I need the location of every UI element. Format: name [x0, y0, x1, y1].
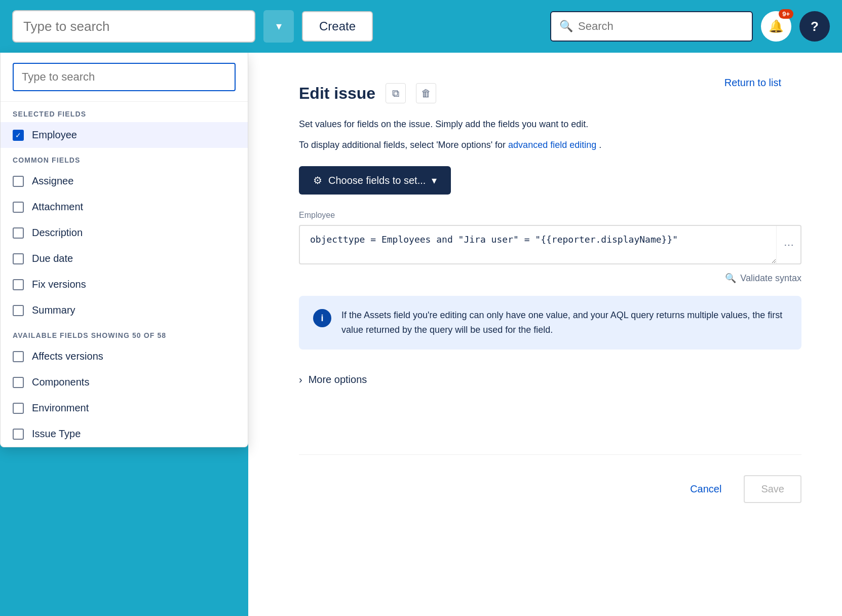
checkbox-issue-type[interactable] [13, 429, 24, 440]
field-dropdown-panel: SELECTED FIELDS ✓ Employee COMMON FIELDS… [0, 53, 248, 447]
field-label-environment: Environment [32, 402, 89, 414]
choose-fields-label: Choose fields to set... [328, 175, 426, 186]
help-icon: ? [811, 19, 819, 34]
list-item[interactable]: Fix versions [1, 272, 248, 297]
advanced-field-editing-link[interactable]: advanced field editing [508, 140, 596, 150]
save-button[interactable]: Save [744, 475, 801, 503]
checkbox-description[interactable] [13, 227, 24, 239]
gear-icon: ⚙ [313, 174, 322, 186]
cancel-button[interactable]: Cancel [678, 475, 734, 503]
delete-button[interactable]: 🗑 [416, 83, 436, 103]
info-icon: i [313, 309, 331, 327]
selected-fields-header: SELECTED FIELDS [1, 102, 248, 122]
edit-description-2: To display additional fields, select 'Mo… [299, 138, 801, 152]
list-item[interactable]: Due date [1, 246, 248, 272]
trash-icon: 🗑 [421, 88, 431, 99]
main-area: SELECTED FIELDS ✓ Employee COMMON FIELDS… [0, 53, 842, 616]
dropdown-search-input[interactable] [13, 63, 236, 91]
list-item[interactable]: Assignee [1, 168, 248, 194]
checkbox-environment[interactable] [13, 403, 24, 414]
edit-description-1: Set values for fields on the issue. Simp… [299, 118, 801, 131]
checkbox-affects-versions[interactable] [13, 351, 24, 362]
chevron-down-icon: ▾ [276, 20, 282, 33]
info-text: If the Assets field you're editing can o… [341, 308, 787, 337]
create-button[interactable]: Create [302, 11, 373, 42]
notifications-button[interactable]: 🔔 9+ [761, 11, 791, 42]
chevron-down-icon: ▾ [432, 174, 437, 186]
field-label-assignee: Assignee [32, 175, 73, 187]
employee-field-label: Employee [299, 211, 801, 220]
checkbox-summary[interactable] [13, 305, 24, 316]
help-button[interactable]: ? [799, 11, 830, 42]
chevron-right-icon: › [299, 374, 302, 386]
validate-syntax-label: Validate syntax [740, 273, 801, 284]
field-label-summary: Summary [32, 304, 75, 316]
more-options-toggle[interactable]: › More options [299, 366, 801, 394]
choose-fields-button[interactable]: ⚙ Choose fields to set... ▾ [299, 166, 451, 195]
common-fields-header: COMMON FIELDS [1, 148, 248, 168]
list-item[interactable]: Affects versions [1, 343, 248, 369]
edit-panel: Return to list Edit issue ⧉ 🗑 Set values… [248, 53, 842, 616]
field-label-description: Description [32, 227, 83, 239]
available-fields-header: AVAILABLE FIELDS SHOWING 50 OF 58 [1, 323, 248, 343]
checkbox-employee[interactable]: ✓ [13, 130, 24, 141]
notification-badge: 9+ [779, 9, 793, 19]
top-nav: ▾ Create 🔍 🔔 9+ ? [0, 0, 842, 53]
nav-search-input[interactable] [12, 10, 255, 43]
field-label-affects-versions: Affects versions [32, 351, 103, 362]
field-label-due-date: Due date [32, 253, 73, 264]
edit-issue-title: Edit issue [299, 84, 375, 103]
checkbox-components[interactable] [13, 377, 24, 388]
nav-chevron-button[interactable]: ▾ [263, 10, 294, 43]
field-label-fix-versions: Fix versions [32, 279, 86, 290]
checkbox-due-date[interactable] [13, 253, 24, 264]
employee-field-wrapper: ⋯ [299, 225, 801, 264]
validate-syntax-button[interactable]: 🔍 Validate syntax [299, 273, 801, 284]
dropdown-search-area [1, 53, 248, 102]
search-icon: 🔍 [725, 273, 736, 284]
copy-button[interactable]: ⧉ [386, 83, 406, 103]
edit-description-2-pre: To display additional fields, select 'Mo… [299, 140, 508, 150]
checkbox-fix-versions[interactable] [13, 279, 24, 290]
edit-description-2-post: . [599, 140, 601, 150]
employee-field-input[interactable] [300, 226, 776, 263]
field-label-components: Components [32, 376, 89, 388]
list-item[interactable]: Summary [1, 297, 248, 323]
search-icon: 🔍 [559, 20, 573, 33]
bell-icon: 🔔 [769, 19, 784, 33]
info-box: i If the Assets field you're editing can… [299, 296, 801, 350]
list-item[interactable]: Environment [1, 395, 248, 421]
list-item[interactable]: Attachment [1, 194, 248, 220]
list-item[interactable]: Components [1, 369, 248, 395]
list-item[interactable]: Description [1, 220, 248, 246]
search-bar: 🔍 [550, 11, 753, 42]
list-item[interactable]: Issue Type [1, 421, 248, 447]
return-to-list-link[interactable]: Return to list [724, 77, 781, 89]
checkbox-assignee[interactable] [13, 176, 24, 187]
field-more-button[interactable]: ⋯ [776, 226, 800, 263]
more-options-label: More options [309, 374, 367, 386]
field-label-attachment: Attachment [32, 201, 83, 213]
field-label-issue-type: Issue Type [32, 428, 81, 440]
copy-icon: ⧉ [392, 88, 399, 99]
field-label-employee: Employee [32, 129, 77, 141]
checkbox-attachment[interactable] [13, 202, 24, 213]
search-input[interactable] [578, 20, 744, 33]
list-item[interactable]: ✓ Employee [1, 122, 248, 148]
more-icon: ⋯ [784, 239, 794, 251]
